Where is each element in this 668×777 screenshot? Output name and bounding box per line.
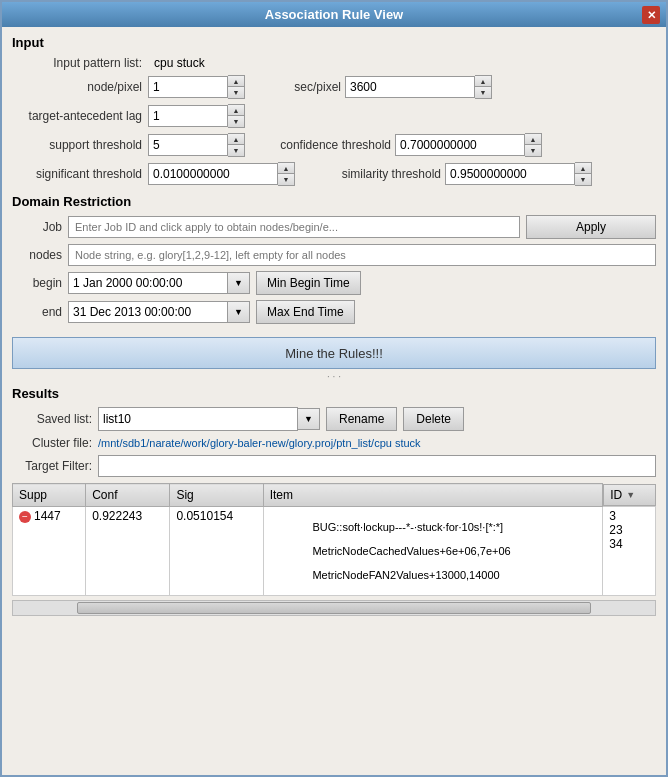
similarity-spinner: ▲ ▼	[445, 162, 592, 186]
nodes-input[interactable]	[68, 244, 656, 266]
confidence-group: confidence threshold ▲ ▼	[271, 133, 542, 157]
similarity-group: similarity threshold ▲ ▼	[321, 162, 592, 186]
confidence-spinner-btns: ▲ ▼	[525, 133, 542, 157]
saved-list-input[interactable]	[98, 407, 298, 431]
saved-list-label: Saved list:	[12, 412, 92, 426]
sec-pixel-up[interactable]: ▲	[475, 76, 491, 87]
confidence-label: confidence threshold	[271, 138, 391, 152]
end-date-input[interactable]	[68, 301, 228, 323]
apply-button[interactable]: Apply	[526, 215, 656, 239]
similarity-input[interactable]	[445, 163, 575, 185]
node-pixel-down[interactable]: ▼	[228, 87, 244, 98]
support-up[interactable]: ▲	[228, 134, 244, 145]
domain-title: Domain Restriction	[12, 194, 656, 209]
begin-label: begin	[12, 276, 62, 290]
sort-arrow-icon: ▼	[626, 490, 635, 500]
sec-pixel-spinner-btns: ▲ ▼	[475, 75, 492, 99]
sec-pixel-down[interactable]: ▼	[475, 87, 491, 98]
mine-rules-button[interactable]: Mine the Rules!!!	[12, 337, 656, 369]
nodes-row: nodes	[12, 244, 656, 266]
col-item: Item	[263, 484, 603, 507]
similarity-up[interactable]: ▲	[575, 163, 591, 174]
support-input[interactable]	[148, 134, 228, 156]
col-id: ID ▼	[603, 484, 655, 506]
table-header-row: Supp Conf Sig Item ID ▼	[13, 484, 656, 507]
col-id-label: ID	[610, 488, 622, 502]
cluster-path: /mnt/sdb1/narate/work/glory-baler-new/gl…	[98, 437, 421, 449]
support-row: support threshold ▲ ▼ confidence thresho…	[12, 133, 656, 157]
separator-dots: · · ·	[12, 371, 656, 382]
sec-pixel-label: sec/pixel	[271, 80, 341, 94]
cell-item: BUG::soft·lockup---*-·stuck·for·10s!·[*:…	[263, 506, 603, 595]
significant-input[interactable]	[148, 163, 278, 185]
begin-date-dropdown[interactable]: ▼	[228, 272, 250, 294]
node-pixel-spinner: ▲ ▼	[148, 75, 245, 99]
begin-date-input[interactable]	[68, 272, 228, 294]
antecedent-spinner: ▲ ▼	[148, 104, 245, 128]
sec-pixel-group: sec/pixel ▲ ▼	[271, 75, 492, 99]
col-supp: Supp	[13, 484, 86, 507]
node-pixel-input[interactable]	[148, 76, 228, 98]
begin-row: begin ▼ Min Begin Time	[12, 271, 656, 295]
support-spinner: ▲ ▼	[148, 133, 245, 157]
antecedent-label: target-antecedent lag	[12, 109, 142, 123]
saved-list-dropdown[interactable]: ▼	[298, 408, 320, 430]
cell-conf: 0.922243	[86, 506, 170, 595]
col-conf: Conf	[86, 484, 170, 507]
antecedent-down[interactable]: ▼	[228, 116, 244, 127]
minus-icon[interactable]: −	[19, 511, 31, 523]
delete-button[interactable]: Delete	[403, 407, 464, 431]
end-row: end ▼ Max End Time	[12, 300, 656, 324]
close-button[interactable]: ✕	[642, 6, 660, 24]
cell-sig: 0.0510154	[170, 506, 263, 595]
significant-label: significant threshold	[12, 167, 142, 181]
window-title: Association Rule View	[265, 7, 403, 22]
cell-id: 32334	[603, 506, 656, 595]
domain-section: Domain Restriction Job Apply nodes begin…	[12, 194, 656, 369]
antecedent-up[interactable]: ▲	[228, 105, 244, 116]
cell-supp: −1447	[13, 506, 86, 595]
significant-spinner: ▲ ▼	[148, 162, 295, 186]
table-row: −1447 0.922243 0.0510154 BUG::soft·locku…	[13, 506, 656, 595]
horizontal-scrollbar[interactable]	[12, 600, 656, 616]
target-filter-input[interactable]	[98, 455, 656, 477]
cluster-row: Cluster file: /mnt/sdb1/narate/work/glor…	[12, 436, 656, 450]
confidence-up[interactable]: ▲	[525, 134, 541, 145]
input-pattern-label: Input pattern list:	[12, 56, 142, 70]
main-window: Association Rule View ✕ Input Input patt…	[0, 0, 668, 777]
input-pattern-row: Input pattern list: cpu stuck	[12, 56, 656, 70]
sec-pixel-input[interactable]	[345, 76, 475, 98]
min-begin-button[interactable]: Min Begin Time	[256, 271, 361, 295]
confidence-spinner: ▲ ▼	[395, 133, 542, 157]
saved-list-select-group: ▼	[98, 407, 320, 431]
antecedent-row: target-antecedent lag ▲ ▼	[12, 104, 656, 128]
job-input[interactable]	[68, 216, 520, 238]
confidence-input[interactable]	[395, 134, 525, 156]
similarity-down[interactable]: ▼	[575, 174, 591, 185]
results-table: Supp Conf Sig Item ID ▼	[12, 483, 656, 596]
job-row: Job Apply	[12, 215, 656, 239]
window-body: Input Input pattern list: cpu stuck node…	[2, 27, 666, 775]
col-sig: Sig	[170, 484, 263, 507]
results-title: Results	[12, 386, 656, 401]
target-filter-row: Target Filter:	[12, 455, 656, 477]
target-filter-label: Target Filter:	[12, 459, 92, 473]
scrollbar-thumb[interactable]	[77, 602, 591, 614]
significant-up[interactable]: ▲	[278, 163, 294, 174]
support-spinner-btns: ▲ ▼	[228, 133, 245, 157]
input-pattern-value: cpu stuck	[154, 56, 205, 70]
rename-button[interactable]: Rename	[326, 407, 397, 431]
max-end-button[interactable]: Max End Time	[256, 300, 355, 324]
cluster-label: Cluster file:	[12, 436, 92, 450]
significant-down[interactable]: ▼	[278, 174, 294, 185]
significant-spinner-btns: ▲ ▼	[278, 162, 295, 186]
col-id-sort[interactable]: ID ▼	[610, 488, 635, 502]
support-down[interactable]: ▼	[228, 145, 244, 156]
antecedent-input[interactable]	[148, 105, 228, 127]
input-section-title: Input	[12, 35, 656, 50]
end-date-dropdown[interactable]: ▼	[228, 301, 250, 323]
node-pixel-up[interactable]: ▲	[228, 76, 244, 87]
antecedent-spinner-btns: ▲ ▼	[228, 104, 245, 128]
job-label: Job	[12, 220, 62, 234]
confidence-down[interactable]: ▼	[525, 145, 541, 156]
